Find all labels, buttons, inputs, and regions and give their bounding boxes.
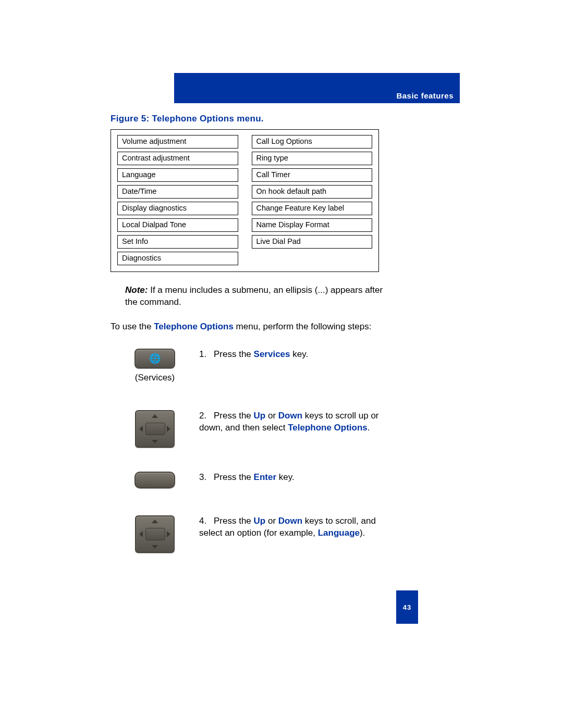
arrow-up-icon xyxy=(152,520,158,523)
content-area: Figure 5: Telephone Options menu. Volume… xyxy=(111,114,391,580)
step-3-icon-col xyxy=(111,472,199,488)
step-2-link-telephone-options: Telephone Options xyxy=(288,423,368,433)
services-key-icon: 🌐 xyxy=(134,349,175,368)
navigation-dpad-icon xyxy=(135,515,175,553)
navigation-dpad-icon xyxy=(135,410,175,448)
step-2-mid1: or xyxy=(265,411,278,421)
step-1-text: 1.Press the Services key. xyxy=(199,349,391,361)
arrow-up-icon xyxy=(152,414,158,418)
step-4: 4.Press the Up or Down keys to scroll, a… xyxy=(111,515,391,553)
step-4-mid1: or xyxy=(265,516,278,526)
step-4-number: 4. xyxy=(199,515,214,527)
arrow-right-icon xyxy=(167,531,170,537)
menu-item: Call Timer xyxy=(252,168,373,182)
menu-item: Local Dialpad Tone xyxy=(117,218,238,232)
document-page: Basic features Figure 5: Telephone Optio… xyxy=(0,0,563,728)
step-3-pre: Press the xyxy=(214,472,254,482)
arrow-down-icon xyxy=(152,545,158,549)
header-band: Basic features xyxy=(174,73,460,103)
step-1-post: key. xyxy=(290,349,309,359)
telephone-options-menu-figure: Volume adjustment Contrast adjustment La… xyxy=(111,129,379,272)
menu-item: Call Log Options xyxy=(252,135,373,149)
menu-item: Date/Time xyxy=(117,185,238,199)
step-1-icon-col: 🌐 (Services) xyxy=(111,349,199,383)
step-2-text: 2.Press the Up or Down keys to scroll up… xyxy=(199,410,391,434)
page-number-box: 43 xyxy=(396,590,418,624)
arrow-left-icon xyxy=(139,426,143,432)
menu-column-left: Volume adjustment Contrast adjustment La… xyxy=(117,135,238,265)
note-label: Note: xyxy=(125,285,148,295)
steps-list: 🌐 (Services) 1.Press the Services key. xyxy=(111,349,391,553)
menu-item: Change Feature Key label xyxy=(252,202,373,215)
step-3-text: 3.Press the Enter key. xyxy=(199,472,391,484)
step-1-pre: Press the xyxy=(214,349,254,359)
step-4-link-down: Down xyxy=(278,516,302,526)
step-2-pre: Press the xyxy=(214,411,254,421)
intro-pre: To use the xyxy=(111,322,154,331)
step-3-number: 3. xyxy=(199,472,214,484)
note-text: If a menu includes a submenu, an ellipsi… xyxy=(125,285,383,307)
menu-item: Volume adjustment xyxy=(117,135,238,149)
globe-icon: 🌐 xyxy=(149,354,161,363)
header-section-title: Basic features xyxy=(396,91,454,100)
menu-item: Diagnostics xyxy=(117,252,238,265)
step-2-number: 2. xyxy=(199,410,214,422)
step-1-number: 1. xyxy=(199,349,214,361)
page-number: 43 xyxy=(403,603,411,611)
step-4-text: 4.Press the Up or Down keys to scroll, a… xyxy=(199,515,391,539)
figure-caption: Figure 5: Telephone Options menu. xyxy=(111,114,391,124)
intro-link: Telephone Options xyxy=(154,322,234,331)
menu-item: Display diagnostics xyxy=(117,202,238,215)
menu-column-right: Call Log Options Ring type Call Timer On… xyxy=(252,135,373,265)
step-4-link-language: Language xyxy=(318,528,360,538)
arrow-down-icon xyxy=(152,440,158,443)
step-4-link-up: Up xyxy=(254,516,266,526)
step-2-link-down: Down xyxy=(278,411,302,421)
step-3-link: Enter xyxy=(254,472,276,482)
step-2: 2.Press the Up or Down keys to scroll up… xyxy=(111,410,391,448)
arrow-left-icon xyxy=(139,531,143,537)
arrow-right-icon xyxy=(167,426,170,432)
step-1: 🌐 (Services) 1.Press the Services key. xyxy=(111,349,391,383)
menu-item: Language xyxy=(117,168,238,182)
step-3-post: key. xyxy=(276,472,295,482)
step-2-post: . xyxy=(368,423,370,433)
menu-item: Ring type xyxy=(252,152,373,165)
step-3: 3.Press the Enter key. xyxy=(111,472,391,488)
step-4-post: ). xyxy=(360,528,365,538)
menu-item: On hook default path xyxy=(252,185,373,199)
intro-post: menu, perform the following steps: xyxy=(234,322,372,331)
step-1-link: Services xyxy=(254,349,290,359)
step-4-icon-col xyxy=(111,515,199,553)
menu-item: Contrast adjustment xyxy=(117,152,238,165)
step-2-icon-col xyxy=(111,410,199,448)
step-2-link-up: Up xyxy=(254,411,266,421)
note-paragraph: Note: If a menu includes a submenu, an e… xyxy=(125,285,386,309)
menu-item: Live Dial Pad xyxy=(252,235,373,249)
menu-item: Name Display Format xyxy=(252,218,373,232)
services-key-label: (Services) xyxy=(135,373,175,383)
step-4-pre: Press the xyxy=(214,516,254,526)
menu-item: Set Info xyxy=(117,235,238,249)
enter-key-icon xyxy=(134,472,175,488)
intro-paragraph: To use the Telephone Options menu, perfo… xyxy=(111,321,391,333)
